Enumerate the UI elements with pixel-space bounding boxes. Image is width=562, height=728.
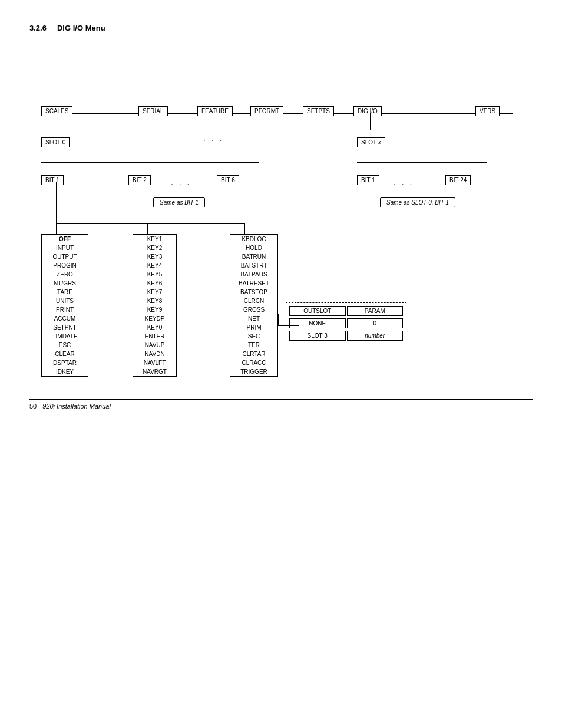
- col3-item-batrun: BATRUN: [230, 252, 277, 261]
- col3-item-clrtar: CLRTAR: [230, 350, 277, 358]
- footer-page-number: 50: [29, 403, 37, 410]
- col2-item-enter: ENTER: [133, 332, 176, 341]
- dashed-cell-slot3: SLOT 3: [289, 331, 346, 341]
- col1-item-output: OUTPUT: [42, 252, 88, 261]
- col3-item-prim: PRIM: [230, 323, 277, 332]
- menu-slotx: SLOT x: [357, 137, 385, 147]
- menu-scales: SCALES: [41, 106, 72, 116]
- col3-item-ter: TER: [230, 341, 277, 350]
- menu-slot0: SLOT 0: [41, 137, 70, 147]
- col1-item-ntgrs: NT/GRS: [42, 279, 88, 288]
- col3-container: KBDLOC HOLD BATRUN BATSTRT BATPAUS BATRE…: [230, 234, 278, 377]
- col3-item-batreset: BATRESET: [230, 279, 277, 288]
- col3-item-batpaus: BATPAUS: [230, 270, 277, 279]
- col1-item-timdate: TIMDATE: [42, 332, 88, 341]
- col3-item-batstop: BATSTOP: [230, 288, 277, 297]
- col1-item-zero: ZERO: [42, 270, 88, 279]
- col3-item-batstrt: BATSTRT: [230, 261, 277, 270]
- col2-item-key6: KEY6: [133, 279, 176, 288]
- vline-col1-down: [56, 223, 57, 234]
- hline-bits-left: [41, 162, 259, 163]
- col3-item-net: NET: [230, 314, 277, 323]
- dots-slots: . . .: [203, 134, 223, 143]
- dashed-row1: NONE 0: [289, 318, 403, 328]
- col1-item-dsptar: DSPTAR: [42, 358, 88, 367]
- menu-digio: DIG I/O: [353, 106, 382, 116]
- dashed-cell-none: NONE: [289, 318, 346, 328]
- col3-item-trigger: TRIGGER: [230, 367, 277, 376]
- col3-item-clracc: CLRACC: [230, 358, 277, 367]
- dashed-header-row: OUTSLOT PARAM: [289, 306, 403, 316]
- col1-item-idkey: IDKEY: [42, 367, 88, 376]
- menu-bit1-left: BIT 1: [41, 175, 64, 185]
- col2-item-key0: KEY0: [133, 323, 176, 332]
- menu-bit1-right: BIT 1: [357, 175, 379, 185]
- col1-item-setpnt: SETPNT: [42, 323, 88, 332]
- col3-item-sec: SEC: [230, 332, 277, 341]
- col2-item-key2: KEY2: [133, 243, 176, 252]
- vline-col3-down: [244, 223, 245, 234]
- vline-col2-down: [147, 223, 148, 234]
- footer-document-title: 920i Installation Manual: [42, 403, 111, 410]
- note-same-slot0-bit1: Same as SLOT 0, BIT 1: [380, 197, 455, 207]
- hline-trigger-dash: [278, 325, 299, 326]
- col1-item-print: PRINT: [42, 305, 88, 314]
- col2-item-key5: KEY5: [133, 270, 176, 279]
- menu-pformt: PFORMT: [250, 106, 283, 116]
- dots-bits-left: . . .: [171, 177, 191, 187]
- menu-bit6: BIT 6: [217, 175, 239, 185]
- dashed-header-outslot: OUTSLOT: [289, 306, 346, 316]
- col3-item-gross: GROSS: [230, 305, 277, 314]
- col1-item-esc: ESC: [42, 341, 88, 350]
- col3-item-clrcn: CLRCN: [230, 297, 277, 305]
- col2-item-navrgt: NAVRGT: [133, 367, 176, 376]
- menu-serial: SERIAL: [138, 106, 168, 116]
- hline-bits-right: [357, 162, 487, 163]
- page: 3.2.6 DIG I/O Menu SCALES SERIAL FEATURE…: [0, 0, 562, 421]
- page-footer: 50 920i Installation Manual: [29, 399, 533, 410]
- col2-item-key8: KEY8: [133, 297, 176, 305]
- vline-bit2: [143, 182, 143, 194]
- vline-slot0: [59, 144, 59, 162]
- col2-item-key9: KEY9: [133, 305, 176, 314]
- menu-bit24: BIT 24: [445, 175, 471, 185]
- dashed-container: OUTSLOT PARAM NONE 0 SLOT 3 number: [286, 302, 406, 344]
- col1-item-input: INPUT: [42, 243, 88, 252]
- hline-slot2: [357, 130, 494, 130]
- section-heading: DIG I/O Menu: [57, 24, 105, 32]
- col2-item-navdn: NAVDN: [133, 350, 176, 358]
- dashed-row2: SLOT 3 number: [289, 331, 403, 341]
- vline-bit1: [56, 182, 57, 194]
- section-number: 3.2.6: [29, 24, 47, 32]
- col2-item-key4: KEY4: [133, 261, 176, 270]
- col1-item-units: UNITS: [42, 297, 88, 305]
- col2-item-key3: KEY3: [133, 252, 176, 261]
- col1-container: OFF INPUT OUTPUT PROGIN ZERO NT/GRS TARE…: [41, 234, 88, 377]
- dashed-cell-number: number: [347, 331, 404, 341]
- col3-item-hold: HOLD: [230, 243, 277, 252]
- col2-item-key1: KEY1: [133, 235, 176, 243]
- dots-bits-right: . . .: [394, 177, 414, 187]
- col1-item-progin: PROGIN: [42, 261, 88, 270]
- col2-item-key7: KEY7: [133, 288, 176, 297]
- section-title: 3.2.6 DIG I/O Menu: [29, 24, 533, 32]
- menu-vers: VERS: [475, 106, 500, 116]
- menu-feature: FEATURE: [197, 106, 233, 116]
- dashed-cell-zero: 0: [347, 318, 404, 328]
- hline-slot: [41, 130, 395, 130]
- col1-item-off: OFF: [42, 235, 88, 243]
- col1-item-tare: TARE: [42, 288, 88, 297]
- col2-item-keydp: KEYDP: [133, 314, 176, 323]
- vline-trigger-dash: [278, 314, 279, 325]
- menu-bit2: BIT 2: [128, 175, 151, 185]
- hline-cols: [56, 223, 244, 224]
- vline-slotx: [373, 144, 373, 162]
- col1-item-clear: CLEAR: [42, 350, 88, 358]
- col3-item-kbdloc: KBDLOC: [230, 235, 277, 243]
- col2-item-navlft: NAVLFT: [133, 358, 176, 367]
- vline-bit1-down: [56, 194, 57, 223]
- note-same-bit1: Same as BIT 1: [153, 197, 205, 207]
- vline-digio: [370, 113, 371, 130]
- col2-container: KEY1 KEY2 KEY3 KEY4 KEY5 KEY6 KEY7 KEY8 …: [133, 234, 177, 377]
- col2-item-navup: NAVUP: [133, 341, 176, 350]
